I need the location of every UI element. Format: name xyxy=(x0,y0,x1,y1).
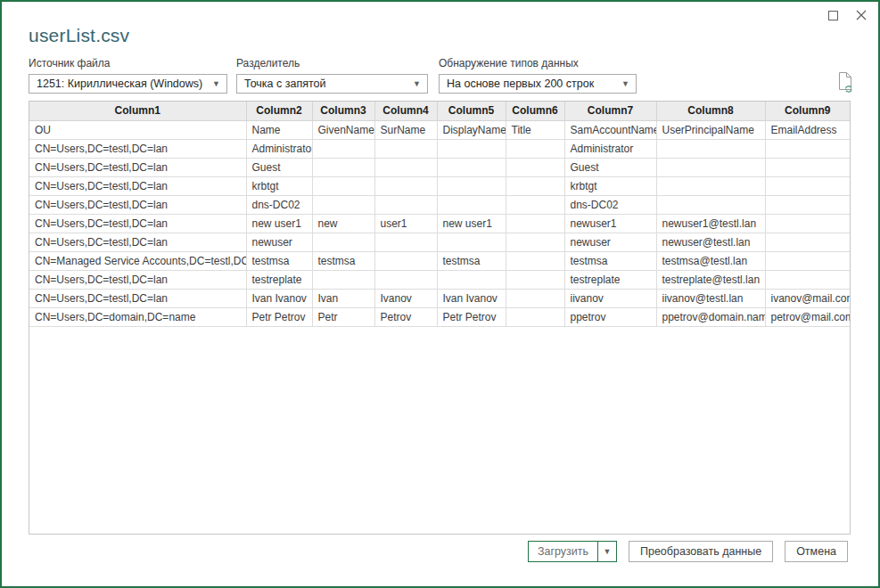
table-row: CN=Users,DC=testl,DC=lannewusernewuserne… xyxy=(29,233,850,251)
column-header: Column2 xyxy=(246,102,312,120)
table-cell xyxy=(374,270,437,289)
column-header: Column5 xyxy=(437,102,506,120)
refresh-preview-button[interactable] xyxy=(836,71,856,94)
table-row: CN=Users,DC=testl,DC=lanAdministratorAdm… xyxy=(29,139,850,158)
table-cell xyxy=(312,233,374,251)
table-cell: Ivan xyxy=(312,289,374,307)
table-cell: Petr xyxy=(312,307,374,326)
table-row: CN=Users,DC=testl,DC=lannew user1newuser… xyxy=(29,214,850,233)
table-cell: CN=Users,DC=testl,DC=lan xyxy=(29,214,246,233)
column-header: Column3 xyxy=(312,102,374,120)
column-header-row: Column1Column2Column3Column4Column5Colum… xyxy=(29,102,850,120)
file-origin-field: Источник файла 1251: Кириллическая (Wind… xyxy=(29,57,227,94)
table-cell: new xyxy=(312,214,374,233)
delimiter-select[interactable]: Точка с запятой ▼ xyxy=(236,74,428,94)
table-cell: new user1 xyxy=(246,214,312,233)
table-cell xyxy=(506,251,564,270)
chevron-down-icon: ▼ xyxy=(603,547,611,556)
table-cell xyxy=(374,139,437,158)
maximize-icon xyxy=(828,10,838,23)
table-cell: petrov@mail.com xyxy=(765,307,850,326)
table-cell xyxy=(656,139,765,158)
table-cell: testmsa xyxy=(564,251,656,270)
table-cell xyxy=(312,195,374,214)
chevron-down-icon: ▼ xyxy=(212,75,220,93)
table-cell xyxy=(656,176,765,195)
table-cell xyxy=(765,270,850,289)
column-header: Column8 xyxy=(656,102,765,120)
table-cell xyxy=(312,158,374,176)
type-detection-select[interactable]: На основе первых 200 строк ▼ xyxy=(439,74,637,94)
table-cell: Petrov xyxy=(374,307,437,326)
table-cell: Title xyxy=(506,120,564,139)
table-cell: newuser1 xyxy=(564,214,656,233)
table-cell xyxy=(656,195,765,214)
chevron-down-icon: ▼ xyxy=(621,75,629,93)
table-row: CN=Users,DC=testl,DC=lanIvan IvanovIvanI… xyxy=(29,289,850,307)
table-cell: Petr Petrov xyxy=(437,307,506,326)
transform-data-button[interactable]: Преобразовать данные xyxy=(629,541,773,562)
table-cell: GivenName xyxy=(312,120,374,139)
table-cell: testmsa xyxy=(246,251,312,270)
csv-import-dialog: userList.csv Источник файла 1251: Кирилл… xyxy=(0,0,880,588)
table-cell: newuser xyxy=(246,233,312,251)
table-cell: CN=Users,DC=testl,DC=lan xyxy=(29,289,246,307)
table-cell xyxy=(506,289,564,307)
page-title: userList.csv xyxy=(29,25,129,46)
table-cell: Guest xyxy=(564,158,656,176)
table-cell xyxy=(437,176,506,195)
table-cell xyxy=(765,195,850,214)
table-cell xyxy=(506,176,564,195)
table-cell xyxy=(312,270,374,289)
table-cell: iivanov xyxy=(564,289,656,307)
delimiter-label: Разделитель xyxy=(236,57,428,70)
table-cell: CN=Users,DC=testl,DC=lan xyxy=(29,233,246,251)
table-cell: testreplate@testl.lan xyxy=(656,270,765,289)
table-cell: Ivan Ivanov xyxy=(437,289,506,307)
table-cell xyxy=(437,139,506,158)
table-cell: krbtgt xyxy=(564,176,656,195)
table-cell: testmsa xyxy=(312,251,374,270)
table-cell: CN=Users,DC=testl,DC=lan xyxy=(29,158,246,176)
table-cell: dns-DC02 xyxy=(246,195,312,214)
table-cell: OU xyxy=(29,120,246,139)
table-cell xyxy=(506,270,564,289)
table-cell: dns-DC02 xyxy=(564,195,656,214)
table-cell: Name xyxy=(246,120,312,139)
table-cell: SamAccountName xyxy=(564,120,656,139)
load-dropdown-button[interactable]: ▼ xyxy=(597,542,616,561)
table-cell: newuser1@testl.lan xyxy=(656,214,765,233)
table-cell: SurName xyxy=(374,120,437,139)
table-row: CN=Users,DC=testl,DC=lanGuestGuest xyxy=(29,158,850,176)
file-origin-select[interactable]: 1251: Кириллическая (Windows) ▼ xyxy=(29,74,227,94)
table-cell: testmsa@testl.lan xyxy=(656,251,765,270)
table-cell: UserPrincipalName xyxy=(656,120,765,139)
load-button[interactable]: Загрузить xyxy=(529,542,597,561)
table-cell: new user1 xyxy=(437,214,506,233)
table-cell xyxy=(506,158,564,176)
table-cell: CN=Users,DC=testl,DC=lan xyxy=(29,270,246,289)
chevron-down-icon: ▼ xyxy=(413,75,421,93)
column-header: Column4 xyxy=(374,102,437,120)
load-split-button: Загрузить ▼ xyxy=(528,541,617,562)
table-cell: Petr Petrov xyxy=(246,307,312,326)
table-row: CN=Users,DC=testl,DC=lantestreplatetestr… xyxy=(29,270,850,289)
table-cell xyxy=(437,270,506,289)
file-origin-label: Источник файла xyxy=(29,57,227,70)
footer-actions: Загрузить ▼ Преобразовать данные Отмена xyxy=(528,541,848,562)
cancel-button[interactable]: Отмена xyxy=(785,541,848,562)
table-cell xyxy=(374,176,437,195)
table-cell: CN=Users,DC=testl,DC=lan xyxy=(29,176,246,195)
maximize-button[interactable] xyxy=(823,7,843,25)
type-detection-label: Обнаружение типов данных xyxy=(439,57,637,70)
document-refresh-icon xyxy=(836,83,856,96)
table-cell xyxy=(765,251,850,270)
close-button[interactable] xyxy=(851,7,871,25)
table-row: CN=Users,DC=domain,DC=namePetr PetrovPet… xyxy=(29,307,850,326)
table-cell: Administrator xyxy=(564,139,656,158)
table-row: OUNameGivenNameSurNameDisplayNameTitleSa… xyxy=(29,120,850,139)
table-cell: ppetrov xyxy=(564,307,656,326)
table-cell xyxy=(506,139,564,158)
table-cell xyxy=(437,158,506,176)
table-cell xyxy=(765,176,850,195)
